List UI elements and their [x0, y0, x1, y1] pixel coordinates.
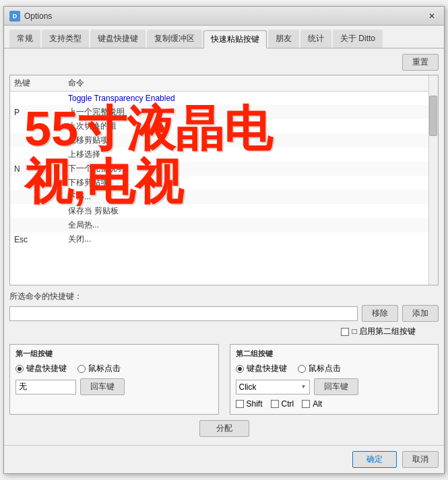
dropdown-arrow-icon: ▼ — [301, 384, 307, 390]
group2-title: 第二组按键 — [236, 349, 433, 359]
tab-support-type[interactable]: 支持类型 — [42, 30, 89, 48]
assign-button[interactable]: 分配 — [199, 420, 249, 437]
table-body[interactable]: Toggle Transparency Enabled P 上一个完整说明 上次… — [10, 92, 438, 283]
group2-radio-keyboard[interactable]: 键盘快捷键 — [236, 363, 287, 374]
group2-radio-keyboard-circle[interactable] — [236, 365, 244, 373]
table-row[interactable]: P 上一个完整说明 — [10, 105, 438, 119]
table-row[interactable]: Esc 关闭... — [10, 232, 438, 246]
second-group-checkbox-label: □ 启用第二组按键 — [352, 326, 416, 337]
group2-radio-keyboard-label: 键盘快捷键 — [247, 363, 287, 374]
second-group-checkbox-box[interactable] — [341, 328, 349, 336]
ok-button[interactable]: 确定 — [352, 451, 397, 468]
tab-keyboard[interactable]: 键盘快捷键 — [90, 30, 146, 48]
group1-radio-mouse-circle[interactable] — [77, 365, 86, 373]
tab-quickpaste[interactable]: 快速粘贴按键 — [203, 30, 267, 48]
group2-radio-mouse-label: 鼠标点击 — [309, 363, 341, 374]
add-button[interactable]: 添加 — [402, 305, 439, 322]
table-row[interactable]: 保存当 剪贴板 — [10, 204, 438, 218]
group1-radio-row: 键盘快捷键 鼠标点击 — [15, 363, 213, 374]
top-row: 重置 — [9, 54, 439, 71]
tab-bar: 常规 支持类型 键盘快捷键 复制缓冲区 快速粘贴按键 朋友 统计 关于 Ditt… — [4, 26, 444, 48]
shift-checkbox-box[interactable] — [236, 400, 244, 408]
group1-box: 第一组按键 键盘快捷键 鼠标点击 回车键 — [9, 344, 219, 415]
group2-radio-mouse-circle[interactable] — [298, 365, 306, 373]
remove-button[interactable]: 移除 — [362, 305, 398, 322]
tab-general[interactable]: 常规 — [9, 30, 40, 48]
group2-radio-mouse[interactable]: 鼠标点击 — [298, 363, 341, 374]
window-title: Options — [24, 11, 425, 21]
group2-input-row: Click ▼ 回车键 — [236, 378, 433, 395]
cancel-button[interactable]: 取消 — [402, 451, 439, 468]
table-row[interactable]: 下移剪贴项 — [10, 176, 438, 190]
tab-about[interactable]: 关于 Ditto — [333, 30, 383, 48]
window-inner: 55寸液晶电视,电视 重置 热键 命令 Toggle Transparency … — [4, 48, 444, 473]
group2-box: 第二组按键 键盘快捷键 鼠标点击 Click — [230, 344, 439, 415]
alt-checkbox-box[interactable] — [302, 400, 310, 408]
second-group-checkbox[interactable]: □ 启用第二组按键 — [341, 326, 416, 337]
ctrl-checkbox[interactable]: Ctrl — [271, 399, 294, 409]
close-button[interactable]: ✕ — [425, 10, 439, 22]
group1-title: 第一组按键 — [15, 349, 213, 359]
content-area: 重置 热键 命令 Toggle Transparency Enabled P 上… — [4, 48, 444, 445]
groups-row: 第一组按键 键盘快捷键 鼠标点击 回车键 — [9, 344, 439, 415]
bottom-row: 分配 — [9, 420, 439, 437]
alt-label: Alt — [313, 399, 322, 409]
table-row[interactable]: Toggle Transparency Enabled — [10, 92, 438, 105]
shift-label: Shift — [247, 399, 263, 409]
group2-enter-button[interactable]: 回车键 — [314, 378, 358, 395]
col-hotkey: 热键 — [14, 77, 68, 89]
shift-checkbox[interactable]: Shift — [236, 399, 263, 409]
scrollbar-track[interactable] — [428, 75, 438, 285]
tab-clipboard[interactable]: 复制缓冲区 — [147, 30, 202, 48]
scrollbar-thumb[interactable] — [429, 96, 437, 136]
group2-dropdown-value: Click — [239, 382, 257, 392]
table-row[interactable]: 全局热... — [10, 218, 438, 232]
group1-key-input[interactable] — [15, 380, 76, 395]
table-header: 热键 命令 — [10, 75, 438, 92]
tab-stats[interactable]: 统计 — [300, 30, 331, 48]
hotkey-table: 热键 命令 Toggle Transparency Enabled P 上一个完… — [9, 75, 439, 285]
second-group-row: □ 启用第二组按键 — [9, 326, 439, 337]
group1-enter-button[interactable]: 回车键 — [80, 378, 125, 395]
group1-input-row: 回车键 — [15, 378, 213, 395]
title-bar: D Options ✕ — [4, 7, 444, 26]
group2-radio-row: 键盘快捷键 鼠标点击 — [236, 363, 433, 374]
app-icon-letter: D — [13, 13, 18, 20]
ctrl-checkbox-box[interactable] — [271, 400, 279, 408]
col-cmd: 命令 — [68, 77, 434, 89]
group1-radio-mouse-label: 鼠标点击 — [88, 363, 121, 374]
alt-checkbox[interactable]: Alt — [302, 399, 322, 409]
app-icon: D — [9, 11, 20, 22]
footer: 确定 取消 — [4, 445, 444, 473]
shortcut-input[interactable] — [9, 306, 358, 321]
table-row[interactable]: 上次切换的组 — [10, 119, 438, 133]
table-row[interactable]: 上移剪贴项 — [10, 133, 438, 147]
shortcut-row: 移除 添加 — [9, 305, 439, 322]
table-row[interactable]: 下移... — [10, 190, 438, 204]
reset-button[interactable]: 重置 — [402, 54, 439, 71]
group1-radio-keyboard-label: 键盘快捷键 — [26, 363, 67, 374]
group2-dropdown[interactable]: Click ▼ — [236, 380, 310, 395]
table-row[interactable]: N 下一个完整说明 — [10, 162, 438, 176]
group1-radio-keyboard[interactable]: 键盘快捷键 — [15, 363, 67, 374]
group1-radio-mouse[interactable]: 鼠标点击 — [77, 363, 121, 374]
tab-friends[interactable]: 朋友 — [268, 30, 299, 48]
group1-radio-keyboard-circle[interactable] — [15, 365, 24, 373]
options-window: D Options ✕ 常规 支持类型 键盘快捷键 复制缓冲区 快速粘贴按键 朋… — [3, 6, 445, 474]
shortcut-label: 所选命令的快捷键： — [9, 291, 439, 302]
group2-modifier-row: Shift Ctrl Alt — [236, 399, 433, 409]
ctrl-label: Ctrl — [282, 399, 294, 409]
table-row[interactable]: 上移选择 — [10, 147, 438, 162]
